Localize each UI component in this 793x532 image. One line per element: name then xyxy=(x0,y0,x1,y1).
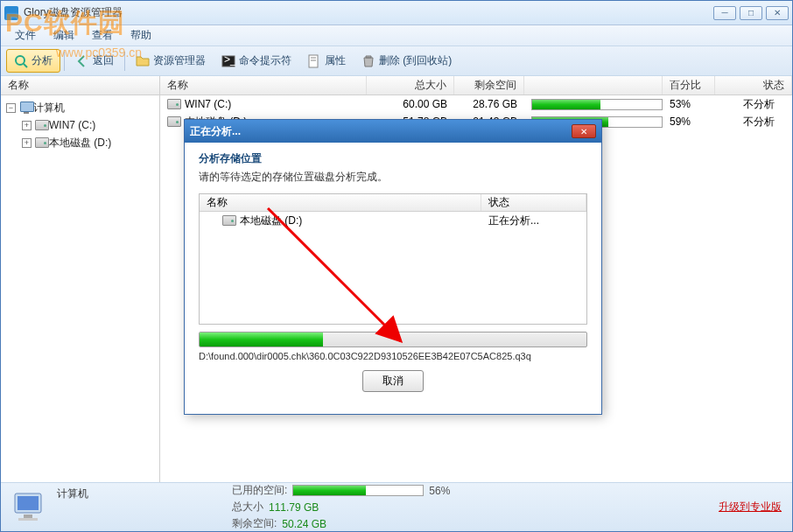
cell-status: 不分析 xyxy=(715,115,792,130)
back-button[interactable]: 返回 xyxy=(68,50,121,72)
toolbar-sep xyxy=(124,52,125,71)
col-name[interactable]: 名称 xyxy=(160,76,367,94)
delete-button[interactable]: 删除 (到回收站) xyxy=(354,50,459,72)
drive-icon xyxy=(167,99,181,109)
status-free-line: 剩余空间: 50.24 GB xyxy=(232,516,450,531)
back-label: 返回 xyxy=(93,53,114,68)
analyze-icon xyxy=(14,54,28,68)
dialog-body: 分析存储位置 请的等待选定的存储位置磁盘分析完成。 名称 状态 本地磁盘 (D:… xyxy=(185,143,601,414)
menu-help[interactable]: 帮助 xyxy=(122,25,160,46)
menu-file[interactable]: 文件 xyxy=(6,25,45,46)
tree-item-label: WIN7 (C:) xyxy=(49,119,95,131)
dlg-cell-name: 本地磁盘 (D:) xyxy=(200,214,481,228)
menubar: 文件 编辑 查看 帮助 xyxy=(1,25,792,46)
tree-root[interactable]: − 计算机 xyxy=(1,99,159,116)
tree-item-label: 本地磁盘 (D:) xyxy=(49,136,111,150)
dialog-buttons: 取消 xyxy=(199,370,587,392)
tree-item-c[interactable]: + WIN7 (C:) xyxy=(1,116,159,134)
status-total-value: 111.79 GB xyxy=(269,501,319,514)
status-name: 计算机 xyxy=(57,483,232,501)
svg-rect-8 xyxy=(18,496,39,510)
maximize-button[interactable]: □ xyxy=(740,6,762,20)
dialog-titlebar[interactable]: 正在分析... ✕ xyxy=(185,120,601,143)
toolbar-sep xyxy=(64,52,65,71)
list-header: 名称 总大小 剩余空间 百分比 状态 xyxy=(160,76,792,95)
drive-icon xyxy=(35,137,49,148)
svg-point-0 xyxy=(16,56,25,65)
dialog-list: 名称 状态 本地磁盘 (D:) 正在分析... xyxy=(199,193,587,325)
cell-total: 60.00 GB xyxy=(367,98,454,110)
window-buttons: ─ □ ✕ xyxy=(713,6,789,20)
col-total[interactable]: 总大小 xyxy=(367,76,454,94)
dialog-progressbar xyxy=(199,332,587,347)
tree: − 计算机 + WIN7 (C:) + 本地磁盘 (D:) xyxy=(1,95,159,155)
sidebar-header[interactable]: 名称 xyxy=(1,76,159,95)
dialog-subtext: 请的等待选定的存储位置磁盘分析完成。 xyxy=(199,170,587,185)
dialog-list-row[interactable]: 本地磁盘 (D:) 正在分析... xyxy=(200,212,586,229)
status-used-line: 已用的空间: 56% xyxy=(232,483,450,498)
cell-free: 28.76 GB xyxy=(454,98,524,110)
drive-icon xyxy=(35,120,49,130)
svg-rect-10 xyxy=(18,518,38,521)
dialog-title: 正在分析... xyxy=(190,124,572,139)
menu-view[interactable]: 查看 xyxy=(83,25,122,46)
svg-rect-4 xyxy=(309,55,318,67)
cmd-button[interactable]: >_ 命令提示符 xyxy=(214,50,298,72)
col-status[interactable]: 状态 xyxy=(715,76,792,94)
dialog-heading: 分析存储位置 xyxy=(199,151,587,166)
svg-text:>_: >_ xyxy=(224,54,235,66)
tree-root-label: 计算机 xyxy=(33,101,65,116)
sidebar: 名称 − 计算机 + WIN7 (C:) + 本地磁盘 (D:) xyxy=(1,76,160,482)
dialog-current-path: D:\found.000\dir0005.chk\360.0C03C922D93… xyxy=(199,351,587,361)
col-free[interactable]: 剩余空间 xyxy=(454,76,524,94)
status-total-label: 总大小 xyxy=(232,500,263,514)
explorer-button[interactable]: 资源管理器 xyxy=(129,50,213,72)
upgrade-link[interactable]: 升级到专业版 xyxy=(719,500,782,514)
svg-line-1 xyxy=(24,64,27,67)
menu-edit[interactable]: 编辑 xyxy=(45,25,83,46)
delete-label: 删除 (到回收站) xyxy=(379,53,452,68)
properties-button[interactable]: 属性 xyxy=(300,50,353,72)
window-title: Glory磁盘资源管理器 xyxy=(24,5,713,20)
cell-bar xyxy=(524,99,663,110)
status-center: 已用的空间: 56% 总大小 111.79 GB 剩余空间: 50.24 GB xyxy=(232,483,450,531)
drive-icon xyxy=(222,215,236,226)
list-row[interactable]: WIN7 (C:) 60.00 GB 28.76 GB 53% 不分析 xyxy=(160,95,792,113)
col-bar[interactable] xyxy=(524,76,663,94)
analyze-button[interactable]: 分析 xyxy=(6,49,60,73)
drive-icon xyxy=(167,116,181,127)
toolbar: 分析 返回 资源管理器 >_ 命令提示符 属性 删除 (到回收站) xyxy=(1,46,792,76)
expander-icon[interactable]: + xyxy=(22,121,32,130)
dlg-col-name[interactable]: 名称 xyxy=(200,194,481,211)
explorer-label: 资源管理器 xyxy=(153,53,206,68)
analyze-dialog: 正在分析... ✕ 分析存储位置 请的等待选定的存储位置磁盘分析完成。 名称 状… xyxy=(184,119,602,415)
expander-icon[interactable]: − xyxy=(6,103,16,113)
cancel-button[interactable]: 取消 xyxy=(362,370,424,392)
minimize-button[interactable]: ─ xyxy=(713,6,736,20)
properties-label: 属性 xyxy=(325,53,346,68)
svg-rect-9 xyxy=(24,514,32,518)
cell-name: WIN7 (C:) xyxy=(160,98,367,110)
expander-icon[interactable]: + xyxy=(22,138,32,148)
col-percent[interactable]: 百分比 xyxy=(663,76,715,94)
status-used-pct: 56% xyxy=(429,485,450,497)
tree-item-d[interactable]: + 本地磁盘 (D:) xyxy=(1,134,159,151)
analyze-label: 分析 xyxy=(32,53,53,68)
app-icon xyxy=(4,6,18,20)
folder-icon xyxy=(136,54,150,68)
close-button[interactable]: ✕ xyxy=(766,6,789,20)
trash-icon xyxy=(361,54,375,68)
statusbar: 计算机 已用的空间: 56% 总大小 111.79 GB 剩余空间: 50.24… xyxy=(1,482,792,531)
status-used-label: 已用的空间: xyxy=(232,483,287,498)
usage-bar xyxy=(531,99,663,110)
status-free-value: 50.24 GB xyxy=(282,518,326,530)
cell-pct: 53% xyxy=(663,98,715,110)
dialog-close-button[interactable]: ✕ xyxy=(572,124,596,138)
dlg-col-status[interactable]: 状态 xyxy=(481,194,586,211)
drive-name: WIN7 (C:) xyxy=(185,98,231,110)
status-total-line: 总大小 111.79 GB xyxy=(232,500,450,514)
computer-icon xyxy=(19,102,33,114)
dialog-list-header: 名称 状态 xyxy=(200,194,586,212)
cmd-label: 命令提示符 xyxy=(239,53,291,68)
titlebar: Glory磁盘资源管理器 ─ □ ✕ xyxy=(1,1,792,25)
